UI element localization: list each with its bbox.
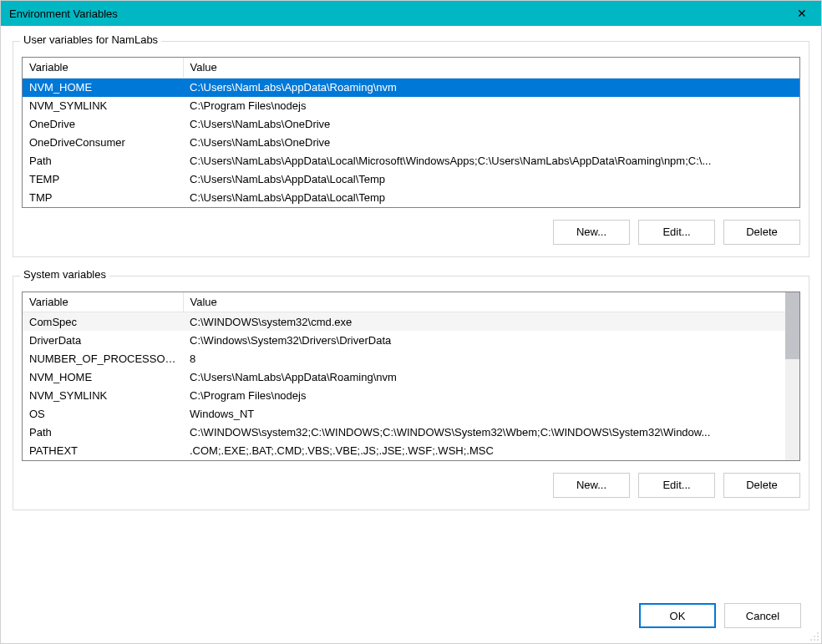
cell-variable: OS bbox=[23, 404, 183, 423]
user-col-value[interactable]: Value bbox=[183, 58, 799, 78]
system-edit-button[interactable]: Edit... bbox=[638, 473, 715, 498]
table-row[interactable]: TMPC:\Users\NamLabs\AppData\Local\Temp bbox=[23, 189, 799, 207]
close-button[interactable]: ✕ bbox=[783, 1, 821, 26]
system-scrollbar-thumb[interactable] bbox=[785, 292, 799, 359]
table-row[interactable]: OneDriveC:\Users\NamLabs\OneDrive bbox=[23, 115, 799, 134]
system-scrollbar[interactable] bbox=[785, 292, 799, 460]
system-variables-label: System variables bbox=[20, 268, 109, 281]
system-new-button[interactable]: New... bbox=[553, 473, 630, 498]
cell-value: C:\Windows\System32\Drivers\DriverData bbox=[183, 331, 785, 349]
table-row[interactable]: NVM_HOMEC:\Users\NamLabs\AppData\Roaming… bbox=[23, 368, 785, 386]
window-controls: ✕ bbox=[783, 1, 821, 26]
table-row[interactable]: NVM_HOMEC:\Users\NamLabs\AppData\Roaming… bbox=[23, 78, 799, 97]
svg-point-3 bbox=[810, 639, 812, 641]
cell-variable: NVM_HOME bbox=[23, 78, 183, 97]
table-row[interactable]: OSWindows_NT bbox=[23, 404, 785, 423]
cell-variable: OneDrive bbox=[23, 115, 183, 134]
system-col-variable[interactable]: Variable bbox=[23, 292, 183, 312]
user-variables-table[interactable]: Variable Value NVM_HOMEC:\Users\NamLabs\… bbox=[23, 58, 799, 207]
close-icon: ✕ bbox=[797, 7, 807, 20]
cell-variable: NVM_SYMLINK bbox=[23, 97, 183, 115]
cell-variable: DriverData bbox=[23, 331, 183, 349]
svg-point-5 bbox=[817, 639, 819, 641]
user-new-button[interactable]: New... bbox=[553, 220, 630, 245]
system-delete-button[interactable]: Delete bbox=[723, 473, 800, 498]
table-row[interactable]: TEMPC:\Users\NamLabs\AppData\Local\Temp bbox=[23, 170, 799, 189]
cell-value: C:\Users\NamLabs\AppData\Roaming\nvm bbox=[183, 368, 785, 386]
cell-value: C:\Program Files\nodejs bbox=[183, 97, 799, 115]
svg-point-0 bbox=[817, 632, 819, 634]
table-row[interactable]: NVM_SYMLINKC:\Program Files\nodejs bbox=[23, 97, 799, 115]
system-variables-table-wrap: Variable Value ComSpecC:\WINDOWS\system3… bbox=[22, 292, 800, 461]
user-edit-button[interactable]: Edit... bbox=[638, 220, 715, 245]
table-row[interactable]: PathC:\WINDOWS\system32;C:\WINDOWS;C:\WI… bbox=[23, 423, 785, 441]
cell-value: C:\Users\NamLabs\AppData\Local\Temp bbox=[183, 189, 799, 207]
cell-value: .COM;.EXE;.BAT;.CMD;.VBS;.VBE;.JS;.JSE;.… bbox=[183, 441, 785, 459]
user-delete-button[interactable]: Delete bbox=[723, 220, 800, 245]
cell-variable: NVM_SYMLINK bbox=[23, 386, 183, 404]
cell-variable: TEMP bbox=[23, 170, 183, 189]
cell-value: C:\Users\NamLabs\OneDrive bbox=[183, 115, 799, 134]
table-row[interactable]: NVM_SYMLINKC:\Program Files\nodejs bbox=[23, 386, 785, 404]
table-row[interactable]: PathC:\Users\NamLabs\AppData\Local\Micro… bbox=[23, 152, 799, 170]
svg-point-4 bbox=[814, 639, 815, 641]
cell-variable: Path bbox=[23, 152, 183, 170]
table-row[interactable]: NUMBER_OF_PROCESSORS8 bbox=[23, 349, 785, 368]
user-variables-group: User variables for NamLabs Variable Valu… bbox=[13, 41, 809, 257]
user-col-variable[interactable]: Variable bbox=[23, 58, 183, 78]
table-row[interactable]: ComSpecC:\WINDOWS\system32\cmd.exe bbox=[23, 312, 785, 332]
ok-button[interactable]: OK bbox=[639, 603, 716, 628]
cell-variable: NVM_HOME bbox=[23, 368, 183, 386]
system-variables-group: System variables Variable Value ComSpecC… bbox=[13, 276, 809, 510]
table-row[interactable]: OneDriveConsumerC:\Users\NamLabs\OneDriv… bbox=[23, 134, 799, 152]
cell-variable: OneDriveConsumer bbox=[23, 134, 183, 152]
cell-value: C:\Users\NamLabs\AppData\Roaming\nvm bbox=[183, 78, 799, 97]
table-row[interactable]: PATHEXT.COM;.EXE;.BAT;.CMD;.VBS;.VBE;.JS… bbox=[23, 441, 785, 459]
cell-variable: Path bbox=[23, 423, 183, 441]
cell-variable: NUMBER_OF_PROCESSORS bbox=[23, 349, 183, 368]
user-variables-label: User variables for NamLabs bbox=[20, 33, 161, 46]
cell-variable: PATHEXT bbox=[23, 441, 183, 459]
cell-variable: ComSpec bbox=[23, 312, 183, 332]
system-variables-table[interactable]: Variable Value ComSpecC:\WINDOWS\system3… bbox=[23, 292, 785, 460]
cell-value: C:\Users\NamLabs\AppData\Local\Temp bbox=[183, 170, 799, 189]
cell-value: C:\Users\NamLabs\AppData\Local\Microsoft… bbox=[183, 152, 799, 170]
env-vars-dialog: Environment Variables ✕ User variables f… bbox=[0, 0, 822, 644]
dialog-buttons: OK Cancel bbox=[1, 598, 821, 643]
dialog-body: User variables for NamLabs Variable Valu… bbox=[1, 26, 821, 598]
system-col-value[interactable]: Value bbox=[183, 292, 785, 312]
cell-value: 8 bbox=[183, 349, 785, 368]
titlebar: Environment Variables ✕ bbox=[1, 1, 821, 26]
table-row[interactable]: DriverDataC:\Windows\System32\Drivers\Dr… bbox=[23, 331, 785, 349]
svg-point-2 bbox=[817, 636, 819, 637]
cell-value: Windows_NT bbox=[183, 404, 785, 423]
user-variables-table-wrap: Variable Value NVM_HOMEC:\Users\NamLabs\… bbox=[22, 57, 800, 208]
cell-value: C:\Program Files\nodejs bbox=[183, 386, 785, 404]
user-buttons: New... Edit... Delete bbox=[22, 220, 800, 245]
cell-variable: TMP bbox=[23, 189, 183, 207]
cell-value: C:\WINDOWS\system32\cmd.exe bbox=[183, 312, 785, 332]
svg-point-1 bbox=[814, 636, 815, 637]
cell-value: C:\WINDOWS\system32;C:\WINDOWS;C:\WINDOW… bbox=[183, 423, 785, 441]
cancel-button[interactable]: Cancel bbox=[724, 603, 801, 628]
cell-value: C:\Users\NamLabs\OneDrive bbox=[183, 134, 799, 152]
system-buttons: New... Edit... Delete bbox=[22, 473, 800, 498]
resize-grip-icon[interactable] bbox=[808, 630, 819, 641]
window-title: Environment Variables bbox=[9, 8, 118, 20]
